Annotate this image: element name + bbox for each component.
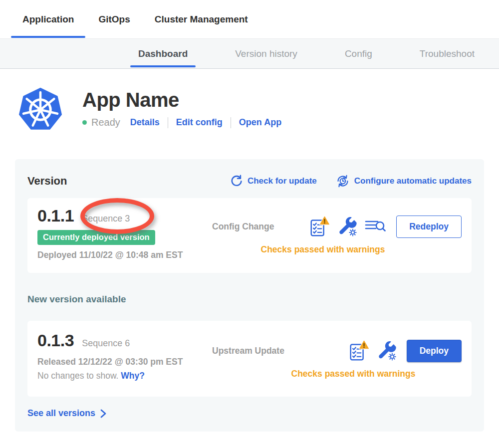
tab-label: Dashboard <box>138 48 188 59</box>
top-nav-item-application[interactable]: Application <box>11 0 85 38</box>
see-all-versions-link[interactable]: See all versions <box>27 408 472 419</box>
diff-view-icon[interactable] <box>364 218 386 235</box>
tab-dashboard[interactable]: Dashboard <box>130 39 196 68</box>
deployed-version-card: 0.1.1 Sequence 3 Currently deployed vers… <box>27 198 472 273</box>
preflight-checklist-icon[interactable] <box>348 340 370 362</box>
redeploy-button[interactable]: Redeploy <box>396 216 462 238</box>
top-nav: Application GitOps Cluster Management <box>0 0 499 38</box>
page-title: App Name <box>82 88 281 112</box>
kubernetes-logo-icon <box>17 86 63 134</box>
edit-config-link[interactable]: Edit config <box>176 117 223 128</box>
why-link[interactable]: Why? <box>121 371 145 381</box>
deployed-checks-status: Checks passed with warnings <box>212 244 462 255</box>
preflight-checklist-icon[interactable] <box>308 216 330 237</box>
version-source-label: Upstream Update <box>212 346 284 356</box>
top-nav-label: GitOps <box>98 14 130 25</box>
configure-automatic-updates-link[interactable]: Configure automatic updates <box>336 174 472 188</box>
version-panel: Version Check for update Configure autom… <box>15 159 484 432</box>
divider <box>168 117 168 128</box>
top-nav-label: Application <box>22 14 74 25</box>
version-panel-header: Version Check for update Configure autom… <box>27 172 472 190</box>
wrench-gear-icon[interactable] <box>337 217 357 236</box>
tab-label: Troubleshoot <box>420 48 475 59</box>
deployed-version-number: 0.1.1 <box>37 206 74 225</box>
released-timestamp: Released 12/12/22 @ 03:30 pm EST <box>37 357 212 367</box>
top-nav-item-gitops[interactable]: GitOps <box>87 0 141 38</box>
sub-nav: Dashboard Version history Config Trouble… <box>0 38 499 69</box>
tab-label: Version history <box>235 48 297 59</box>
tab-config[interactable]: Config <box>337 39 380 68</box>
app-header: App Name Ready Details Edit config Open … <box>0 69 499 134</box>
tab-label: Config <box>345 48 372 59</box>
top-nav-item-cluster-management[interactable]: Cluster Management <box>143 0 259 38</box>
status-label: Ready <box>91 117 120 128</box>
new-version-heading: New version available <box>27 294 472 305</box>
details-link[interactable]: Details <box>130 117 160 128</box>
configure-automatic-updates-label: Configure automatic updates <box>354 176 472 186</box>
see-all-versions-label: See all versions <box>27 408 95 419</box>
deploy-button[interactable]: Deploy <box>407 340 462 362</box>
chevron-right-icon <box>100 409 107 419</box>
status-row: Ready Details Edit config Open App <box>82 117 281 128</box>
available-sequence-label: Sequence 6 <box>82 338 130 349</box>
deployed-timestamp: Deployed 11/10/22 @ 10:48 am EST <box>37 250 212 260</box>
refresh-icon <box>230 175 243 188</box>
divider <box>231 117 231 128</box>
top-nav-label: Cluster Management <box>155 14 248 25</box>
version-panel-title: Version <box>27 175 67 188</box>
no-changes-label: No changes to show. <box>37 371 118 381</box>
no-changes-text: No changes to show. Why? <box>37 371 212 381</box>
available-version-card: 0.1.3 Sequence 6 Released 12/12/22 @ 03:… <box>27 321 472 397</box>
status-dot-icon <box>82 120 87 125</box>
wrench-gear-icon[interactable] <box>377 341 397 361</box>
tab-version-history[interactable]: Version history <box>227 39 305 68</box>
open-app-link[interactable]: Open App <box>239 117 281 128</box>
check-for-update-label: Check for update <box>248 176 317 186</box>
check-for-update-link[interactable]: Check for update <box>230 175 317 188</box>
tab-troubleshoot[interactable]: Troubleshoot <box>412 39 483 68</box>
deployed-sequence-label: Sequence 3 <box>82 214 130 224</box>
available-version-number: 0.1.3 <box>37 331 74 350</box>
schedule-update-icon <box>336 174 350 188</box>
version-source-label: Config Change <box>212 222 274 232</box>
available-checks-status: Checks passed with warnings <box>212 369 462 379</box>
currently-deployed-badge: Currently deployed version <box>37 230 155 245</box>
